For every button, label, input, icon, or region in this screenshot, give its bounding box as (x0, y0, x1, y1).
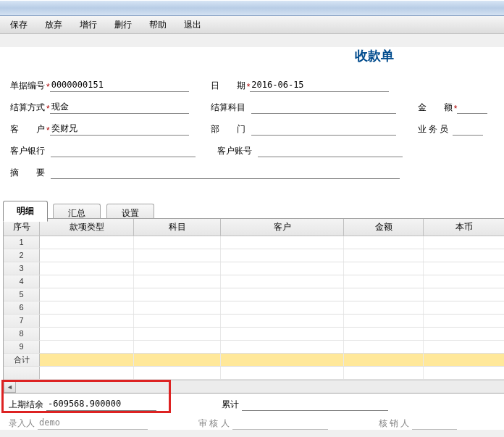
table-row[interactable]: 4 (4, 275, 504, 288)
auditor-label: 审 核 人 (198, 417, 230, 430)
page-title: 收款单 (355, 49, 394, 63)
row-number: 9 (4, 341, 40, 353)
maker-field (38, 417, 148, 430)
grid-header: 序号 款项类型 科目 客户 金额 本币 (4, 219, 504, 236)
doc-no-label: 单据编号 (10, 80, 45, 92)
settle-label: 结算方式 (10, 101, 45, 114)
bank-field[interactable] (51, 144, 196, 157)
scroll-left-icon[interactable]: ◄ (4, 380, 16, 393)
col-type[interactable]: 款项类型 (40, 219, 134, 236)
sales-label: 业 务 员 (418, 123, 449, 136)
menu-bar: 保存 放弃 增行 删行 帮助 退出 (0, 16, 504, 34)
table-row[interactable]: 1 (4, 236, 504, 249)
doc-no-field[interactable] (50, 79, 189, 92)
table-row[interactable]: 3 (4, 262, 504, 275)
writeoff-field (412, 417, 457, 430)
menu-discard[interactable]: 放弃 (36, 16, 71, 33)
grid-body: 1 2 3 4 5 6 7 8 9 合计 (4, 236, 504, 380)
customer-field[interactable] (50, 122, 189, 136)
cumulative-label: 累计 (222, 399, 239, 411)
col-subject[interactable]: 科目 (134, 219, 221, 236)
window: 保存 放弃 增行 删行 帮助 退出 收款单 单据编号 * 日 期 * 结算方式 … (0, 0, 504, 437)
title-bar (0, 0, 504, 16)
table-row[interactable]: 9 (4, 341, 504, 354)
dept-field[interactable] (251, 122, 396, 136)
row-number: 3 (4, 262, 40, 275)
table-row (4, 367, 504, 380)
row-number: 6 (4, 301, 40, 314)
row-number: 4 (4, 275, 40, 288)
detail-grid: 序号 款项类型 科目 客户 金额 本币 1 2 3 4 5 6 7 8 9 合计 (3, 218, 504, 394)
form-area: 单据编号 * 日 期 * 结算方式 * 结算科目 金 额 * 客 户 * (0, 64, 504, 179)
menu-addrow[interactable]: 增行 (71, 16, 106, 33)
row-number: 1 (4, 236, 40, 249)
table-row[interactable]: 6 (4, 301, 504, 315)
tab-detail[interactable]: 明细 (3, 201, 48, 222)
menu-help[interactable]: 帮助 (140, 16, 175, 33)
cumulative-field[interactable] (242, 398, 388, 411)
menu-save[interactable]: 保存 (1, 16, 36, 33)
total-label: 合计 (4, 354, 40, 366)
settle-field[interactable] (50, 101, 189, 114)
subject-field[interactable] (251, 101, 396, 114)
col-customer[interactable]: 客户 (221, 219, 344, 236)
prev-balance-label: 上期结余 (9, 399, 43, 411)
content-area: 收款单 单据编号 * 日 期 * 结算方式 * 结算科目 金 额 * (0, 47, 504, 430)
menu-exit[interactable]: 退出 (175, 16, 210, 33)
menu-delrow[interactable]: 删行 (106, 16, 140, 33)
date-field[interactable] (250, 79, 389, 92)
footer-area: 上期结余 累计 录入人 审 核 人 核 销 人 (3, 398, 504, 430)
total-row: 合计 (4, 354, 504, 367)
bank-label: 客户银行 (10, 145, 45, 157)
col-amount[interactable]: 金额 (344, 219, 424, 236)
tab-bar: 明细 汇总 设置 (3, 201, 504, 218)
row-number: 2 (4, 249, 40, 262)
table-row[interactable]: 8 (4, 328, 504, 341)
customer-label: 客 户 (10, 123, 45, 136)
memo-label: 摘 要 (10, 167, 45, 179)
auditor-field (232, 417, 328, 430)
subject-label: 结算科目 (211, 101, 245, 114)
amount-field[interactable] (457, 101, 487, 114)
table-row[interactable]: 2 (4, 249, 504, 262)
acct-label: 客户账号 (217, 145, 252, 157)
row-number: 7 (4, 315, 40, 327)
date-label: 日 期 (211, 80, 245, 92)
maker-label: 录入人 (9, 417, 35, 430)
writeoff-label: 核 销 人 (379, 417, 410, 430)
acct-field[interactable] (258, 144, 403, 157)
dept-label: 部 门 (211, 123, 245, 136)
memo-field[interactable] (51, 166, 400, 179)
row-number: 5 (4, 288, 40, 301)
row-number: 8 (4, 328, 40, 340)
amount-label: 金 额 (418, 101, 453, 114)
col-local[interactable]: 本币 (424, 219, 504, 236)
prev-balance-field[interactable] (46, 398, 156, 411)
table-row[interactable]: 7 (4, 315, 504, 328)
horizontal-scrollbar[interactable]: ◄ (4, 380, 504, 393)
table-row[interactable]: 5 (4, 288, 504, 301)
sales-field[interactable] (453, 122, 483, 136)
